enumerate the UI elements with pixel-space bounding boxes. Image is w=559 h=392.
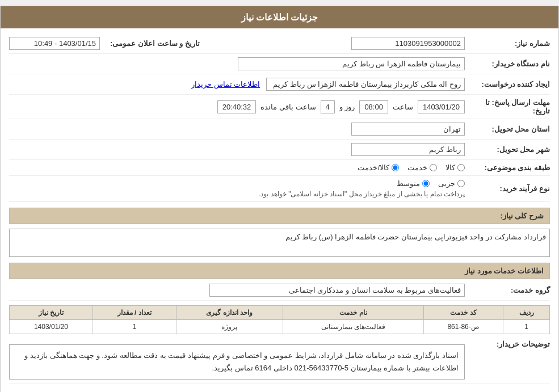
th-tedad: تعداد / مقدار [93, 306, 176, 320]
shahr-input: رباط کریم [351, 143, 465, 156]
khadamat-table: ردیف کد خدمت نام خدمت واحد اندازه گیری ت… [9, 305, 550, 334]
nov-farayand-label: نوع فرآیند خرید: [465, 184, 550, 193]
ostan-label: استان محل تحویل: [465, 125, 550, 133]
shomara-value: 1103091953000002 [217, 37, 465, 50]
table-row: 1 ص-86-861 فعالیت‌های بیمارستانی پروژه 1… [10, 320, 550, 334]
mohlat-sahat-label: ساعت [393, 103, 413, 111]
cell-kod: ص-86-861 [424, 320, 503, 334]
nam-dastgah-input: بیمارستان فاطمه الزهرا س رباط کریم [238, 57, 465, 70]
nov-radio-motavas[interactable] [422, 180, 430, 187]
cell-radif: 1 [503, 320, 550, 334]
mohlat-label: مهلت ارسال پاسخ: تا تاریخ: [465, 98, 550, 115]
nov-label-jozi: جزیی [438, 179, 455, 188]
nam-dastgah-label: نام دستگاه خریدار: [465, 60, 550, 68]
nov-farayand-value: جزیی متوسط پرداخت تمام یا بخشی از مبلغ خ… [9, 179, 465, 198]
shomara-input: 1103091953000002 [351, 37, 465, 50]
tabaqe-options: کالا خدمت کالا/خدمت [9, 163, 465, 172]
nov-radio-jozi[interactable] [457, 180, 465, 187]
table-body: 1 ص-86-861 فعالیت‌های بیمارستانی پروژه 1… [10, 320, 550, 334]
ostan-input: تهران [351, 123, 465, 136]
page-wrapper: جزئیات اطلاعات نیاز شماره نیاز: 11030919… [0, 6, 559, 392]
nov-option-motavas: متوسط [397, 179, 430, 188]
th-radif: ردیف [503, 306, 550, 320]
ijad-value: روح اله ملکی کاربرداز بیمارستان فاطمه ال… [9, 78, 465, 91]
row-shomara: شماره نیاز: 1103091953000002 تاریخ و ساع… [9, 37, 550, 54]
tabaqe-option-khadamat: خدمت [407, 163, 437, 172]
tabaqe-radio-kala-khadamat[interactable] [392, 164, 399, 171]
tavzihat-label: توضیحات خریدار: [465, 340, 550, 348]
tarikh-group: تاریخ و ساعت اعلان عمومی: 1403/01/15 - 1… [9, 37, 200, 50]
khadamat-header: اطلاعات خدمات مورد نیاز [9, 263, 550, 279]
nov-farayand-options: جزیی متوسط [9, 179, 465, 188]
nov-option-jozi: جزیی [438, 179, 465, 188]
row-tavzihat: توضیحات خریدار: اسناد بارگذاری شده در سا… [9, 340, 550, 383]
th-nam: نام خدمت [283, 306, 423, 320]
th-vahed: واحد اندازه گیری [176, 306, 283, 320]
tavzihat-value: اسناد بارگذاری شده در سامانه شامل قراردا… [9, 340, 465, 380]
tarikh-value: 1403/01/15 - 10:49 [9, 37, 100, 50]
cell-tarikh: 1403/01/20 [10, 320, 93, 334]
row-tabaqe: طبقه بندی موضوعی: کالا خدمت کالا/خدمت [9, 163, 550, 176]
tabaqe-label-khadamat: خدمت [407, 163, 427, 172]
mohlat-value: 1403/01/20 ساعت 08:00 روز و 4 ساعت باقی … [9, 100, 465, 113]
row-ostan: استان محل تحویل: تهران [9, 123, 550, 140]
tabaqe-radio-kala[interactable] [457, 164, 465, 171]
tabaqe-option-kala-khadamat: کالا/خدمت [358, 163, 399, 172]
sharh-koli-header: شرح کلی نیاز: [9, 208, 550, 224]
gorooh-label: گروه خدمت: [465, 286, 550, 294]
gorooh-input: فعالیت‌های مربوط به سلامت انسان و مددکار… [209, 284, 465, 297]
nam-dastgah-value: بیمارستان فاطمه الزهرا س رباط کریم [9, 57, 465, 70]
mohlat-baqi: 20:40:32 [217, 100, 257, 113]
tabaqe-label-kala: کالا [445, 163, 455, 172]
row-mohlat: مهلت ارسال پاسخ: تا تاریخ: 1403/01/20 سا… [9, 98, 550, 119]
tabaqe-option-kala: کالا [445, 163, 465, 172]
mohlat-roz: 4 [321, 100, 335, 113]
sharh-koli-value: قرارداد مشارکت در واحد فیزیوتراپی بیمارس… [9, 229, 550, 257]
tabaqe-label: طبقه بندی موضوعی: [465, 163, 550, 172]
row-ijad: ایجاد کننده درخواست: روح اله ملکی کاربرد… [9, 78, 550, 95]
ijad-input: روح اله ملکی کاربرداز بیمارستان فاطمه ال… [266, 78, 465, 91]
content-area: شماره نیاز: 1103091953000002 تاریخ و ساع… [1, 28, 558, 392]
khadamat-table-section: ردیف کد خدمت نام خدمت واحد اندازه گیری ت… [9, 305, 550, 334]
mohlat-roz-label: روز و [339, 103, 355, 111]
cell-nam: فعالیت‌های بیمارستانی [283, 320, 423, 334]
tabaqe-radio-khadamat[interactable] [430, 164, 437, 171]
tabaqe-label-kala-khadamat: کالا/خدمت [358, 163, 389, 172]
gorooh-value: فعالیت‌های مربوط به سلامت انسان و مددکار… [9, 284, 465, 297]
row-gorooh: گروه خدمت: فعالیت‌های مربوط به سلامت انس… [9, 284, 550, 301]
row-nam-dastgah: نام دستگاه خریدار: بیمارستان فاطمه الزهر… [9, 57, 550, 74]
sharh-koli-area: 🛡 قرارداد مشارکت در واحد فیزیوتراپی بیما… [9, 229, 550, 257]
tarikh-label: تاریخ و ساعت اعلان عمومی: [104, 39, 200, 48]
ijad-label: ایجاد کننده درخواست: [465, 80, 550, 88]
row-nov-farayand: نوع فرآیند خرید: جزیی متوسط پرداخت تمام … [9, 179, 550, 202]
mohlat-baqi-label: ساعت باقی مانده [260, 103, 316, 111]
table-header-row: ردیف کد خدمت نام خدمت واحد اندازه گیری ت… [10, 306, 550, 320]
mohlat-sahat: 08:00 [359, 100, 388, 113]
shahr-label: شهر محل تحویل: [465, 145, 550, 154]
shomara-label: شماره نیاز: [465, 39, 550, 48]
mohlat-date: 1403/01/20 [418, 100, 465, 113]
ostan-value: تهران [9, 123, 465, 136]
th-tarikh: تاریخ نیاز [10, 306, 93, 320]
row-shahr: شهر محل تحویل: رباط کریم [9, 143, 550, 160]
nov-label-motavas: متوسط [397, 179, 420, 188]
shahr-value: رباط کریم [9, 143, 465, 156]
page-title: جزئیات اطلاعات نیاز [1, 6, 558, 28]
tavzihat-text: اسناد بارگذاری شده در سامانه شامل قراردا… [9, 344, 465, 380]
th-kod: کد خدمت [424, 306, 503, 320]
nov-farayand-note: پرداخت تمام یا بخشی از مبلغ خریداز محل "… [9, 190, 465, 198]
ijad-link[interactable]: اطلاعات تماس خریدار [191, 80, 260, 88]
cell-tedad: 1 [93, 320, 176, 334]
cell-vahed: پروژه [176, 320, 283, 334]
